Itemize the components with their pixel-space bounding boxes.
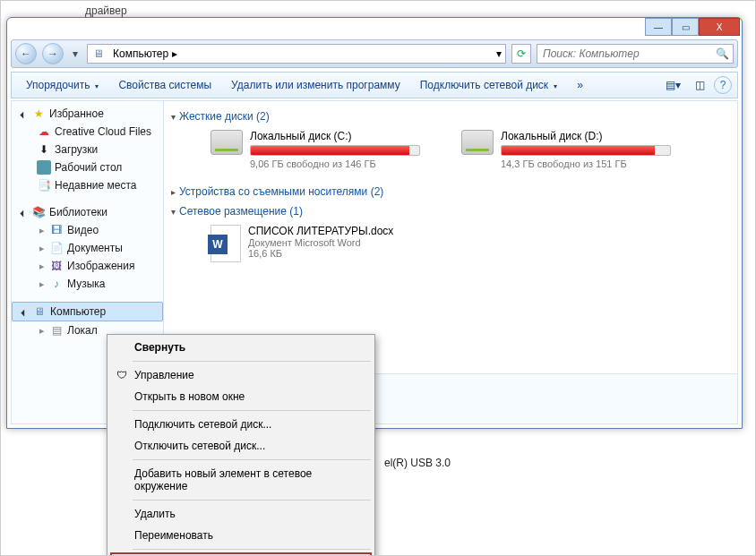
search-box[interactable]: 🔍 — [537, 44, 734, 64]
drive-d-usage-bar — [501, 145, 671, 156]
video-icon: 🎞 — [49, 223, 64, 237]
file-name: СПИСОК ЛИТЕРАТУРЫ.docx — [248, 225, 393, 237]
tree-creative-cloud[interactable]: ☁Creative Cloud Files — [12, 123, 163, 141]
help-button[interactable]: ? — [714, 76, 732, 94]
document-icon: 📄 — [49, 241, 64, 255]
address-bar: ← → ▾ 🖥 Компьютер▸ ▾ ⟳ 🔍 — [11, 39, 738, 68]
breadcrumb[interactable]: 🖥 Компьютер▸ ▾ — [87, 44, 506, 64]
chevron-down-icon — [93, 79, 99, 91]
search-input[interactable] — [541, 47, 716, 61]
network-file-item[interactable]: W СПИСОК ЛИТЕРАТУРЫ.docx Документ Micros… — [171, 221, 730, 262]
tree-music[interactable]: ♪Музыка — [12, 275, 163, 293]
drive-c[interactable]: Локальный диск (C:) 9,06 ГБ свободно из … — [210, 130, 443, 169]
ctx-unmap-drive[interactable]: Отключить сетевой диск... — [109, 435, 373, 457]
drive-icon — [461, 130, 494, 155]
computer-icon: 🖥 — [32, 304, 47, 319]
tree-favorites[interactable]: ★Избранное — [12, 105, 163, 123]
star-icon: ★ — [31, 107, 46, 121]
nav-forward-button[interactable]: → — [42, 43, 64, 64]
ctx-manage[interactable]: 🛡Управление — [109, 364, 373, 386]
ctx-properties-highlight: Свойства — [110, 552, 372, 556]
tree-downloads[interactable]: ⬇Загрузки — [12, 141, 163, 158]
recent-icon: 📑 — [37, 178, 51, 192]
context-menu: Свернуть 🛡Управление Открыть в новом окн… — [107, 334, 375, 556]
download-icon: ⬇ — [37, 142, 51, 157]
separator — [133, 500, 371, 500]
cloud-icon: ☁ — [37, 124, 51, 139]
window-controls: — ▭ X — [645, 18, 740, 39]
file-size: 16,6 КБ — [248, 248, 393, 259]
maximize-button[interactable]: ▭ — [672, 18, 699, 36]
nav-history-button[interactable]: ▾ — [69, 43, 82, 64]
minimize-button[interactable]: — — [645, 18, 672, 36]
chevron-down-icon: ▾ — [171, 112, 176, 122]
tree-computer[interactable]: 🖥Компьютер — [12, 302, 163, 321]
drive-icon — [210, 130, 243, 155]
music-icon: ♪ — [49, 277, 64, 291]
tree-desktop[interactable]: Рабочий стол — [12, 158, 163, 176]
desktop-icon — [37, 160, 51, 175]
section-removable[interactable]: ▸Устройства со съемными носителями (2) — [171, 182, 730, 201]
chevron-right-icon: ▸ — [171, 187, 176, 197]
nav-back-button[interactable]: ← — [15, 43, 37, 64]
image-icon: 🖼 — [49, 259, 64, 273]
shield-icon: 🛡 — [115, 368, 129, 382]
file-type: Документ Microsoft Word — [248, 237, 393, 248]
tree-videos[interactable]: 🎞Видео — [12, 221, 163, 239]
section-network[interactable]: ▾Сетевое размещение (1) — [171, 201, 730, 221]
tree-libraries[interactable]: 📚Библиотеки — [12, 203, 163, 221]
separator — [133, 410, 371, 411]
libraries-icon: 📚 — [31, 205, 46, 219]
ctx-add-network-location[interactable]: Добавить новый элемент в сетевое окружен… — [109, 463, 373, 497]
view-mode-button[interactable]: ▤▾ — [660, 73, 685, 97]
computer-icon: 🖥 — [91, 47, 106, 61]
drive-icon: ▤ — [49, 323, 64, 338]
bg-usb-text: el(R) USB 3.0 — [384, 457, 451, 469]
chevron-down-icon — [552, 79, 557, 91]
drive-d-free-text: 14,3 ГБ свободно из 151 ГБ — [501, 158, 671, 169]
drive-d-label: Локальный диск (D:) — [501, 130, 671, 142]
ctx-map-drive[interactable]: Подключить сетевой диск... — [109, 414, 373, 435]
system-properties-button[interactable]: Свойства системы — [109, 73, 220, 97]
breadcrumb-computer[interactable]: Компьютер — [113, 47, 168, 60]
tree-images[interactable]: 🖼Изображения — [12, 257, 163, 275]
separator — [133, 459, 371, 460]
tree-documents[interactable]: 📄Документы — [12, 239, 163, 257]
organize-button[interactable]: Упорядочить — [17, 73, 107, 97]
separator — [133, 549, 371, 550]
ctx-delete[interactable]: Удалить — [109, 503, 373, 525]
search-icon[interactable]: 🔍 — [716, 47, 729, 60]
section-hard-drives[interactable]: ▾Жесткие диски (2) — [171, 107, 730, 126]
drive-c-free-text: 9,06 ГБ свободно из 146 ГБ — [250, 158, 420, 169]
tree-recent[interactable]: 📑Недавние места — [12, 176, 163, 194]
ctx-collapse[interactable]: Свернуть — [109, 337, 373, 358]
word-file-icon: W — [210, 225, 241, 262]
close-button[interactable]: X — [699, 18, 740, 36]
ctx-rename[interactable]: Переименовать — [109, 525, 373, 546]
chevron-right-icon: ▸ — [172, 47, 177, 60]
refresh-button[interactable]: ⟳ — [511, 44, 531, 64]
drive-d[interactable]: Локальный диск (D:) 14,3 ГБ свободно из … — [461, 130, 694, 169]
ctx-open-new-window[interactable]: Открыть в новом окне — [109, 386, 373, 407]
chevron-down-icon: ▾ — [171, 207, 176, 217]
separator — [133, 361, 371, 362]
map-drive-button[interactable]: Подключить сетевой диск — [411, 73, 566, 97]
drive-c-usage-bar — [250, 145, 420, 156]
toolbar: Упорядочить Свойства системы Удалить или… — [11, 72, 738, 98]
bg-top-text: драйвер — [85, 4, 127, 17]
breadcrumb-dropdown-icon[interactable]: ▾ — [496, 47, 502, 60]
uninstall-change-button[interactable]: Удалить или изменить программу — [222, 73, 409, 97]
toolbar-overflow-button[interactable]: » — [568, 73, 592, 97]
drive-c-label: Локальный диск (C:) — [250, 130, 420, 142]
preview-pane-button[interactable]: ◫ — [687, 73, 712, 97]
